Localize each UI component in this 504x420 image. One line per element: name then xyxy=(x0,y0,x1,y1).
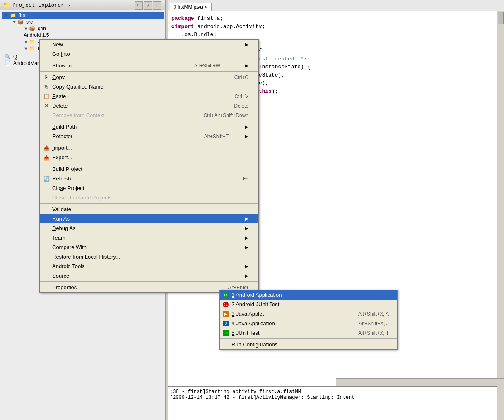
menu-label-build-project: Build Project xyxy=(52,166,82,172)
menu-item-refactor[interactable]: Refactor Alt+Shift+T ▶ xyxy=(40,132,258,141)
menu-item-export[interactable]: 📤 Export... xyxy=(40,153,258,162)
vertical-scrollbar[interactable] xyxy=(497,11,504,420)
android-app-icon: ⊙ xyxy=(222,292,229,298)
tree-label-src: src xyxy=(26,19,33,25)
editor-tab-fistmm[interactable]: J fistMM.java ✕ xyxy=(170,3,212,11)
paste-icon: 📋 xyxy=(43,93,50,100)
menu-shortcut-copy: Ctrl+C xyxy=(234,74,248,80)
refactor-arrow: ▶ xyxy=(245,134,248,139)
menu-item-validate[interactable]: Validate xyxy=(40,204,258,214)
view-menu-button[interactable]: ▾ xyxy=(153,1,161,10)
expand-icon-gen: ▼ xyxy=(24,26,28,31)
menu-item-source[interactable]: Source ▶ xyxy=(40,271,258,281)
tab-label: fistMM.java xyxy=(178,4,203,10)
menu-item-restore[interactable]: Restore from Local History... xyxy=(40,252,258,262)
menu-label-debug-as: Debug As xyxy=(52,225,75,231)
separator-7 xyxy=(40,281,258,282)
menu-item-compare-with[interactable]: Compare With ▶ xyxy=(40,242,258,252)
java-file-icon: J xyxy=(174,5,176,10)
q-icon: 🔍 xyxy=(5,54,11,60)
submenu-item-android-junit[interactable]: Ju 2 Android JUnit Test xyxy=(220,300,397,309)
separator-3 xyxy=(40,121,258,121)
submenu-item-run-configs[interactable]: Run Configurations... xyxy=(220,340,397,349)
submenu-item-java-applet[interactable]: ▶ 3 Java Applet Alt+Shift+X, A xyxy=(220,309,397,319)
tree-label-android: Android 1.5 xyxy=(24,32,49,38)
menu-shortcut-show-in: Alt+Shift+W xyxy=(194,63,220,69)
menu-shortcut-delete: Delete xyxy=(234,103,248,109)
menu-label-remove-context: Remove from Context xyxy=(52,112,104,118)
project-explorer-close[interactable]: ✕ xyxy=(68,3,71,8)
editor-tab-bar: J fistMM.java ✕ xyxy=(168,0,504,11)
res-folder-icon: 📁 xyxy=(29,46,35,51)
src-folder-icon: 📦 xyxy=(17,19,24,25)
code-line-2: ⊖import android.app.Activity; xyxy=(171,23,500,31)
scrollbar-thumb[interactable] xyxy=(498,12,504,24)
delete-icon: ✕ xyxy=(43,103,50,109)
menu-item-build-path[interactable]: Build Path ▶ xyxy=(40,122,258,132)
menu-item-copy[interactable]: ⎘ Copy Ctrl+C xyxy=(40,72,258,82)
copy-qualified-icon: ⎘ xyxy=(43,84,50,90)
menu-shortcut-paste: Ctrl+V xyxy=(234,94,248,99)
menu-item-close-project[interactable]: Close Project xyxy=(40,183,258,193)
menu-item-copy-qualified[interactable]: ⎘ Copy Qualified Name xyxy=(40,82,258,91)
expand-icon-assets: ▼ xyxy=(24,39,28,44)
menu-item-build-project[interactable]: Build Project xyxy=(40,164,258,174)
menu-item-paste[interactable]: 📋 Paste Ctrl+V xyxy=(40,91,258,101)
file-icon: 📄 xyxy=(5,60,11,66)
menu-label-compare-with: Compare With xyxy=(52,244,87,250)
compare-arrow: ▶ xyxy=(245,245,248,250)
expand-icon-res: ▼ xyxy=(24,46,28,51)
menu-item-delete[interactable]: ✕ Delete Delete xyxy=(40,101,258,110)
project-explorer-title: Project Explorer xyxy=(12,2,64,8)
context-menu: New ▶ Go Into Show In Alt+Shift+W ▶ ⎘ Co… xyxy=(39,39,259,293)
folder-icon: 📁 xyxy=(3,2,10,9)
tree-item-label-first: first xyxy=(19,12,27,18)
menu-item-new[interactable]: New ▶ xyxy=(40,40,258,49)
submenu-item-junit-test[interactable]: Ju 5 JUnit Test Alt+Shift+X, T xyxy=(220,328,397,338)
sync-button[interactable]: ⇄ xyxy=(144,1,152,10)
tree-item-src[interactable]: ▼ 📦 src xyxy=(10,19,164,25)
show-in-arrow: ▶ xyxy=(245,63,248,68)
menu-shortcut-remove-context: Ctrl+Alt+Shift+Down xyxy=(204,113,248,118)
tab-close[interactable]: ✕ xyxy=(205,5,208,10)
menu-shortcut-refresh: F5 xyxy=(243,176,248,182)
menu-item-refresh[interactable]: 🔄 Refresh F5 xyxy=(40,174,258,183)
menu-item-remove-context[interactable]: Remove from Context Ctrl+Alt+Shift+Down xyxy=(40,110,258,120)
separator-6 xyxy=(40,203,258,204)
android-tools-arrow: ▶ xyxy=(245,264,248,269)
expand-icon-src: ▼ xyxy=(12,19,17,24)
menu-label-new: New xyxy=(52,41,63,48)
submenu-label-java-app: 4 Java Application xyxy=(232,320,275,326)
menu-label-build-path: Build Path xyxy=(52,124,77,130)
submenu-shortcut-junit-test: Alt+Shift+X, T xyxy=(358,330,389,336)
menu-item-go-into[interactable]: Go Into xyxy=(40,49,258,59)
menu-label-close-unrelated: Close Unrelated Projects xyxy=(52,194,112,201)
menu-label-import: Import... xyxy=(52,145,72,151)
menu-item-debug-as[interactable]: Debug As ▶ xyxy=(40,223,258,233)
menu-item-team[interactable]: Team ▶ xyxy=(40,233,258,242)
menu-label-android-tools: Android Tools xyxy=(52,263,85,269)
tree-item-first[interactable]: ▼ 📁 first xyxy=(2,12,164,19)
build-path-arrow: ▶ xyxy=(245,125,248,129)
tree-item-gen[interactable]: ▼ 📦 gen xyxy=(10,25,164,32)
expand-icon: ▼ xyxy=(4,13,8,18)
separator-2 xyxy=(40,71,258,72)
menu-item-show-in[interactable]: Show In Alt+Shift+W ▶ xyxy=(40,61,258,70)
menu-label-refactor: Refactor xyxy=(52,133,72,139)
collapse-all-button[interactable]: □ xyxy=(135,1,143,10)
code-line-1: package first.a; xyxy=(171,14,500,23)
menu-item-run-as[interactable]: Run As ▶ xyxy=(40,214,258,223)
separator-4 xyxy=(40,142,258,142)
menu-item-close-unrelated[interactable]: Close Unrelated Projects xyxy=(40,193,258,202)
menu-label-paste: Paste xyxy=(52,93,66,99)
menu-item-import[interactable]: 📥 Import... xyxy=(40,143,258,153)
submenu-item-android-app[interactable]: ⊙ 1 Android Application xyxy=(220,290,397,300)
menu-item-android-tools[interactable]: Android Tools ▶ xyxy=(40,262,258,271)
menu-label-go-into: Go Into xyxy=(52,51,70,57)
tree-item-android[interactable]: Android 1.5 xyxy=(10,32,164,38)
submenu-item-java-app[interactable]: J 4 Java Application Alt+Shift+X, J xyxy=(220,319,397,328)
java-applet-icon: ▶ xyxy=(222,311,229,317)
gen-folder-icon: 📦 xyxy=(29,26,35,31)
separator-5 xyxy=(40,163,258,163)
menu-label-export: Export... xyxy=(52,154,72,161)
